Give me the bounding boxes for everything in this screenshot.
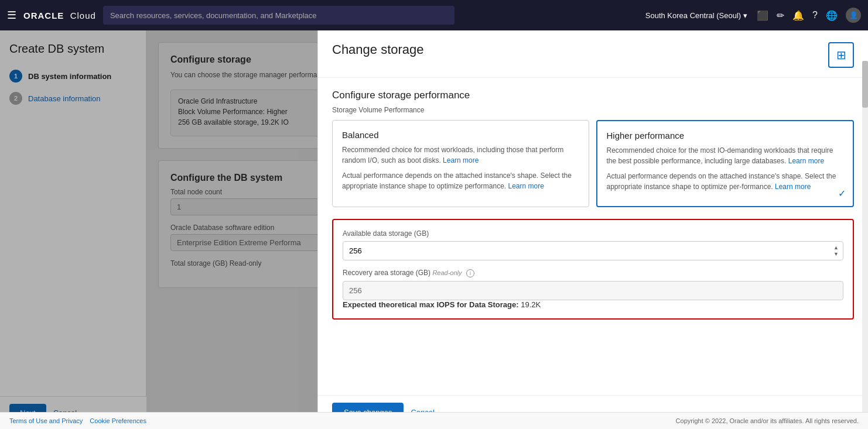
oracle-text: ORACLE	[23, 11, 64, 20]
terms-link[interactable]: Terms of Use and Privacy	[9, 417, 83, 424]
iops-display: Expected theoretical max IOPS for Data S…	[343, 300, 843, 309]
configure-storage-perf-section: Configure storage performance Storage Vo…	[332, 90, 854, 320]
topnav-icons: ⬛ ✏ 🔔 ? 🌐 👤	[757, 8, 861, 23]
bell-icon[interactable]: 🔔	[792, 10, 804, 21]
oracle-logo: ORACLE Cloud	[23, 11, 96, 20]
recovery-storage-label: Recovery area storage (GB) Read-only i	[343, 269, 843, 277]
higher-perf-card[interactable]: Higher performance Recommended choice fo…	[596, 120, 855, 207]
recovery-storage-input	[343, 281, 843, 300]
iops-label: Expected theoretical max IOPS for Data S…	[343, 300, 519, 309]
recovery-info-icon[interactable]: i	[466, 269, 474, 277]
modal-title: Change storage	[332, 42, 424, 57]
modal-body: Configure storage performance Storage Vo…	[318, 78, 868, 395]
modal-panel: Change storage ⊞ Configure storage perfo…	[317, 30, 868, 429]
available-storage-wrapper: ▲ ▼	[343, 241, 843, 260]
recovery-readonly-tag: Read-only	[432, 269, 462, 276]
higher-perf-learn-more-2[interactable]: Learn more	[775, 183, 811, 191]
hamburger-menu[interactable]: ☰	[7, 9, 16, 22]
available-storage-group: Available data storage (GB) ▲ ▼	[343, 229, 843, 260]
perf-cards-container: Balanced Recommended choice for most wor…	[332, 120, 854, 207]
iops-value: 19.2K	[521, 300, 541, 309]
topnav: ☰ ORACLE Cloud South Korea Central (Seou…	[0, 0, 868, 30]
higher-perf-text1: Recommended choice for the most IO-deman…	[607, 145, 844, 166]
higher-perf-text2: Actual performance depends on the attach…	[607, 171, 844, 192]
globe-icon[interactable]: 🌐	[826, 10, 838, 21]
region-label: South Korea Central (Seoul)	[645, 11, 741, 20]
cloud-text: Cloud	[70, 11, 96, 20]
copyright-text: Copyright © 2022, Oracle and/or its affi…	[676, 417, 859, 424]
edit-icon[interactable]: ✏	[777, 10, 784, 21]
terminal-icon[interactable]: ⬛	[757, 10, 768, 21]
region-selector[interactable]: South Korea Central (Seoul) ▾	[645, 11, 747, 20]
help-icon[interactable]: ?	[812, 10, 818, 20]
storage-inputs-section: Available data storage (GB) ▲ ▼ Recovery…	[332, 219, 854, 320]
modal-header: Change storage ⊞	[318, 30, 868, 78]
balanced-text2: Actual performance depends on the attach…	[342, 170, 579, 191]
volume-perf-label: Storage Volume Performance	[332, 106, 854, 114]
topnav-right: South Korea Central (Seoul) ▾ ⬛ ✏ 🔔 ? 🌐 …	[645, 8, 861, 23]
balanced-text1: Recommended choice for most workloads, i…	[342, 145, 579, 166]
available-storage-label: Available data storage (GB)	[343, 229, 843, 238]
balanced-title: Balanced	[342, 130, 579, 140]
storage-increment[interactable]: ▲	[833, 245, 839, 250]
page-footer: Terms of Use and Privacy Cookie Preferen…	[0, 412, 868, 429]
balanced-card[interactable]: Balanced Recommended choice for most wor…	[332, 120, 589, 207]
available-storage-input[interactable]	[343, 241, 843, 260]
balanced-learn-more-2[interactable]: Learn more	[508, 182, 544, 190]
higher-perf-learn-more-1[interactable]: Learn more	[788, 157, 824, 165]
recovery-storage-group: Recovery area storage (GB) Read-only i	[343, 269, 843, 300]
balanced-learn-more-1[interactable]: Learn more	[443, 156, 479, 164]
storage-spinner: ▲ ▼	[833, 245, 839, 257]
search-input[interactable]	[103, 6, 454, 25]
cookies-link[interactable]: Cookie Preferences	[90, 417, 146, 424]
higher-perf-title: Higher performance	[607, 131, 844, 140]
user-avatar[interactable]: 👤	[846, 8, 861, 23]
storage-decrement[interactable]: ▼	[833, 252, 839, 257]
selected-checkmark: ✓	[838, 188, 846, 199]
modal-help-button[interactable]: ⊞	[828, 42, 854, 68]
perf-section-title: Configure storage performance	[332, 90, 854, 101]
chevron-down-icon: ▾	[743, 11, 747, 20]
footer-links: Terms of Use and Privacy Cookie Preferen…	[9, 417, 146, 424]
